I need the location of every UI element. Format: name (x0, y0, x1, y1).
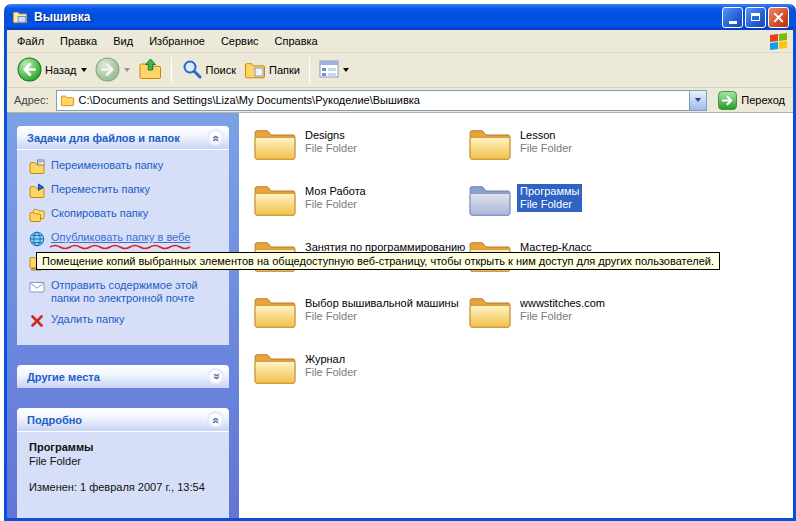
task-pane: Задачи для файлов и папок « Переименоват… (7, 113, 239, 518)
content-area: Задачи для файлов и папок « Переименоват… (7, 113, 793, 518)
folder-label: wwwstitches.com File Folder (520, 297, 605, 323)
folder-label: Моя Работа File Folder (305, 185, 366, 211)
details-folder-name: Программы (29, 441, 223, 453)
folder-window-icon (12, 9, 30, 25)
menu-item[interactable]: Вид (105, 32, 141, 50)
menu-bar: ФайлПравкаВидИзбранноеСервисСправка (7, 30, 793, 53)
back-icon (17, 57, 42, 84)
folder-tile[interactable]: Программы File Folder (468, 182, 683, 238)
menu-item[interactable]: Файл (9, 32, 52, 50)
task-link[interactable]: Удалить папку (29, 313, 223, 329)
menu-item[interactable]: Справка (267, 32, 326, 50)
file-list: Designs File Folder Lesson File Folder (239, 113, 793, 518)
menu-item[interactable]: Правка (52, 32, 105, 50)
address-path: C:\Documents and Settings\Liza\My Docume… (79, 94, 690, 106)
folder-icon (253, 182, 297, 218)
panel-file-folder-tasks: Задачи для файлов и папок « Переименоват… (17, 126, 229, 345)
task-link[interactable]: Переместить папку (29, 183, 223, 199)
panel-other-places: Другие места « (17, 365, 229, 388)
windows-logo-icon (770, 33, 787, 50)
folder-icon (253, 350, 297, 386)
task-link[interactable]: Отправить содержимое этой папки по элект… (29, 279, 223, 305)
folder-label: Журнал File Folder (305, 353, 357, 379)
panel-title: Подробно (27, 414, 82, 426)
toolbar-separator (171, 57, 172, 83)
menu-item[interactable]: Сервис (213, 32, 267, 50)
toolbar-separator (309, 57, 310, 83)
go-label: Переход (741, 94, 785, 106)
views-dropdown-icon[interactable] (343, 68, 349, 72)
panel-header-details[interactable]: Подробно « (17, 408, 229, 431)
folder-tile[interactable]: Designs File Folder (253, 126, 468, 182)
back-dropdown-icon[interactable] (81, 68, 87, 72)
forward-dropdown-icon[interactable] (124, 68, 130, 72)
folder-publish-icon (29, 231, 45, 247)
folder-icon (468, 294, 512, 330)
forward-button[interactable] (91, 55, 134, 86)
folder-label: Программы File Folder (517, 184, 582, 212)
titlebar: Вышивка (7, 4, 793, 30)
address-bar: Адрес: C:\Documents and Settings\Liza\My… (7, 88, 793, 113)
panel-title: Другие места (27, 371, 100, 383)
folder-icon (468, 182, 512, 218)
folder-move-icon (29, 183, 45, 199)
up-button[interactable] (134, 55, 166, 85)
folder-tile[interactable]: Lesson File Folder (468, 126, 683, 182)
toolbar: Назад Поиск Папки (7, 53, 793, 88)
views-button[interactable] (315, 57, 353, 83)
folder-small-icon (60, 93, 75, 107)
details-body: Программы File Folder Изменен: 1 февраля… (17, 431, 229, 518)
folder-up-icon (138, 57, 162, 83)
panel-title: Задачи для файлов и папок (27, 132, 180, 144)
forward-icon (95, 57, 120, 84)
views-icon (319, 59, 339, 81)
task-link[interactable]: Опубликовать папку в вебе (29, 231, 223, 247)
panel-header-tasks[interactable]: Задачи для файлов и папок « (17, 126, 229, 149)
folder-tile[interactable]: wwwstitches.com File Folder (468, 294, 683, 350)
panel-details: Подробно « Программы File Folder Изменен… (17, 408, 229, 518)
details-modified: Изменен: 1 февраля 2007 г., 13:54 (29, 481, 223, 493)
address-label: Адрес: (14, 94, 49, 106)
maximize-button[interactable] (745, 7, 766, 28)
folder-icon (253, 294, 297, 330)
folder-copy-icon (29, 207, 45, 223)
folders-icon (244, 58, 266, 82)
back-label: Назад (45, 64, 77, 76)
task-link[interactable]: Скопировать папку (29, 207, 223, 223)
folder-tile[interactable]: Журнал File Folder (253, 350, 468, 406)
folder-label: Выбор вышивальной машины File Folder (305, 297, 459, 323)
email-icon (29, 279, 45, 295)
folders-label: Папки (269, 64, 300, 76)
expand-button[interactable]: « (207, 368, 224, 385)
folder-rename-icon (29, 159, 45, 175)
tooltip: Помещение копий выбранных элементов на о… (36, 252, 720, 270)
window-title: Вышивка (34, 10, 90, 24)
menu-item[interactable]: Избранное (141, 32, 213, 50)
search-icon (181, 58, 203, 82)
collapse-button[interactable]: « (207, 411, 224, 428)
address-dropdown-button[interactable] (689, 91, 706, 110)
folder-label: Lesson File Folder (520, 129, 572, 155)
search-label: Поиск (206, 64, 236, 76)
panel-header-other-places[interactable]: Другие места « (17, 365, 229, 388)
close-button[interactable] (768, 7, 789, 28)
task-link[interactable]: Переименовать папку (29, 159, 223, 175)
collapse-button[interactable]: « (207, 129, 224, 146)
delete-icon (29, 313, 45, 329)
address-input[interactable]: C:\Documents and Settings\Liza\My Docume… (56, 90, 708, 111)
back-button[interactable]: Назад (13, 55, 91, 86)
folder-icon (253, 126, 297, 162)
go-button[interactable]: Переход (714, 91, 789, 110)
minimize-button[interactable] (722, 7, 743, 28)
folder-icon (468, 126, 512, 162)
go-icon (718, 91, 737, 110)
details-folder-type: File Folder (29, 455, 223, 467)
folder-label: Designs File Folder (305, 129, 357, 155)
folders-button[interactable]: Папки (240, 56, 304, 84)
red-underline-annotation (49, 243, 191, 250)
folder-tile[interactable]: Выбор вышивальной машины File Folder (253, 294, 468, 350)
search-button[interactable]: Поиск (177, 56, 240, 84)
folder-tile[interactable]: Моя Работа File Folder (253, 182, 468, 238)
